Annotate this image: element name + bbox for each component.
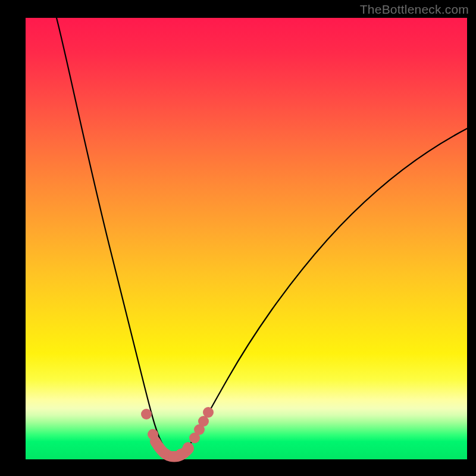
marker-dot [141, 409, 152, 419]
bottleneck-curve [57, 18, 467, 456]
marker-dot [203, 407, 214, 418]
plot-area [26, 18, 467, 459]
watermark-text: TheBottleneck.com [360, 2, 469, 17]
marker-dot [183, 442, 193, 453]
bottleneck-curve-svg [26, 18, 467, 459]
chart-frame: TheBottleneck.com [0, 0, 476, 476]
marker-dot [148, 429, 158, 440]
